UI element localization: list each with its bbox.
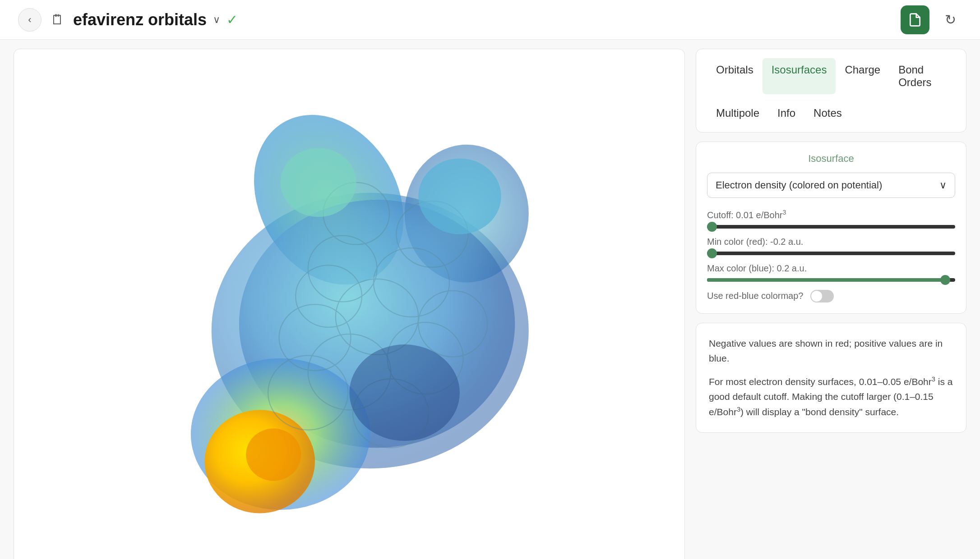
max-color-label: Max color (blue): 0.2 a.u. — [707, 263, 955, 274]
molecule-visualization — [81, 76, 618, 558]
max-color-slider-group: Max color (blue): 0.2 a.u. — [707, 263, 955, 282]
tab-isosurfaces[interactable]: Isosurfaces — [763, 58, 836, 94]
tabs-container: Orbitals Isosurfaces Charge Bond Orders … — [696, 49, 966, 133]
info-paragraph-2: For most electron density surfaces, 0.01… — [709, 374, 953, 420]
save-button[interactable] — [901, 5, 929, 34]
cutoff-slider-group: Cutoff: 0.01 e/Bohr3 — [707, 209, 955, 229]
isosurface-dropdown[interactable]: Electron density (colored on potential) … — [707, 173, 955, 198]
svg-point-21 — [349, 345, 460, 441]
tab-row-1: Orbitals Isosurfaces Charge Bond Orders — [707, 58, 955, 94]
refresh-header-icon: ↻ — [945, 12, 956, 27]
tab-notes[interactable]: Notes — [804, 101, 851, 125]
isosurface-title: Isosurface — [707, 153, 955, 165]
isosurface-card: Isosurface Electron density (colored on … — [696, 142, 966, 314]
max-color-slider-fill — [707, 278, 945, 282]
svg-point-20 — [418, 159, 501, 234]
save-icon — [908, 13, 922, 27]
header-left: ‹ 🗒 efavirenz orbitals ∨ ✓ — [18, 8, 238, 32]
header-right: ↻ — [901, 5, 962, 34]
tab-orbitals[interactable]: Orbitals — [707, 58, 763, 94]
tab-info[interactable]: Info — [768, 101, 804, 125]
tab-multipole[interactable]: Multipole — [707, 101, 768, 125]
min-color-slider-track[interactable] — [707, 252, 955, 255]
svg-point-19 — [280, 148, 356, 217]
right-panel: Orbitals Isosurfaces Charge Bond Orders … — [696, 49, 966, 559]
info-paragraph-1: Negative values are shown in red; positi… — [709, 336, 953, 366]
viewer-panel: ⚙ ↻ — [14, 49, 685, 559]
main-content: ⚙ ↻ Orbitals Isosurfaces — [0, 40, 980, 559]
colormap-toggle[interactable] — [810, 290, 834, 302]
page-title: efavirenz orbitals — [73, 10, 207, 29]
tab-bond-orders[interactable]: Bond Orders — [889, 58, 955, 94]
max-color-slider-thumb[interactable] — [940, 275, 950, 285]
info-text: Negative values are shown in red; positi… — [709, 336, 953, 420]
cutoff-slider-thumb[interactable] — [707, 222, 717, 232]
min-color-label: Min color (red): -0.2 a.u. — [707, 237, 955, 247]
document-icon: 🗒 — [51, 12, 64, 27]
tab-charge[interactable]: Charge — [836, 58, 889, 94]
svg-point-6 — [246, 429, 301, 481]
cutoff-label: Cutoff: 0.01 e/Bohr3 — [707, 209, 955, 220]
info-card: Negative values are shown in red; positi… — [696, 323, 966, 433]
checkmark-icon: ✓ — [227, 12, 238, 27]
back-button[interactable]: ‹ — [18, 8, 42, 32]
tab-row-2: Multipole Info Notes — [707, 101, 955, 125]
refresh-header-button[interactable]: ↻ — [938, 8, 962, 32]
toggle-label: Use red-blue colormap? — [707, 291, 803, 301]
dropdown-chevron-icon: ∨ — [939, 179, 947, 191]
header: ‹ 🗒 efavirenz orbitals ∨ ✓ ↻ — [0, 0, 980, 40]
min-color-slider-thumb[interactable] — [707, 248, 717, 258]
dropdown-value: Electron density (colored on potential) — [716, 179, 882, 191]
max-color-slider-track[interactable] — [707, 278, 955, 282]
toggle-knob — [811, 291, 822, 302]
min-color-slider-group: Min color (red): -0.2 a.u. — [707, 237, 955, 255]
title-chevron-icon[interactable]: ∨ — [213, 14, 220, 26]
molecule-canvas — [14, 49, 684, 559]
app-window: ‹ 🗒 efavirenz orbitals ∨ ✓ ↻ — [0, 0, 980, 559]
title-area: efavirenz orbitals ∨ ✓ — [73, 10, 238, 29]
toggle-row: Use red-blue colormap? — [707, 290, 955, 302]
back-icon: ‹ — [28, 14, 31, 26]
cutoff-slider-track[interactable] — [707, 225, 955, 229]
